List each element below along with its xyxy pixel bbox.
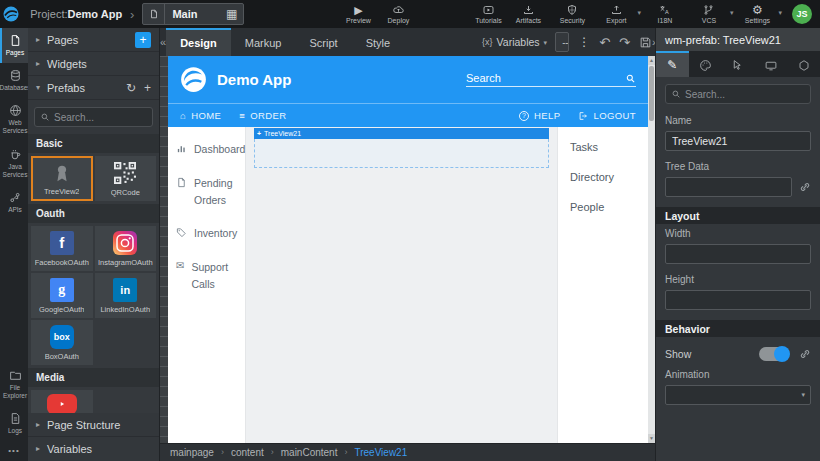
app-search-input[interactable] [466,72,625,84]
prefab-tile-facebookoauth[interactable]: f FacebookOAuth [31,226,93,271]
breadcrumb-maincontent[interactable]: mainContent [281,447,338,458]
settings-button[interactable]: ⚙ Settings [737,0,777,28]
name-label: Name [665,115,811,126]
tree-data-input[interactable] [665,177,792,197]
app-search[interactable] [466,72,636,87]
show-toggle[interactable] [759,347,789,361]
rail-item-web-services[interactable]: Web Services [0,98,28,141]
tutorials-button[interactable]: Tutorials [468,0,508,28]
export-button[interactable]: Export [596,0,636,28]
security-button[interactable]: Security [552,0,592,28]
treeview-widget[interactable]: + TreeView21 [254,128,549,168]
vcs-caret-icon[interactable]: ▾ [730,9,734,16]
tab-outline[interactable] [787,51,820,77]
canvas-scrollbar[interactable]: ▲ ▼ [648,56,655,443]
refresh-prefabs-icon[interactable]: ↻ [126,82,136,94]
app-nav-dashboard[interactable]: Dashboard [176,141,237,158]
inspector-search-input[interactable] [685,89,805,100]
nav-home[interactable]: ⌂HOME [180,110,221,121]
app-nav-pending-orders[interactable]: Pending Orders [176,175,237,209]
height-input[interactable] [665,290,811,310]
width-input[interactable] [665,244,811,264]
animation-select[interactable] [665,385,811,405]
prefab-search-input[interactable] [54,112,147,123]
artifacts-button[interactable]: Artifacts [508,0,548,28]
grid-icon[interactable]: ▦ [220,8,243,20]
tab-style[interactable]: Style [352,28,404,56]
preview-icon: ▶ [354,4,362,16]
breadcrumb-mainpage[interactable]: mainpage [170,447,214,458]
tab-script[interactable]: Script [296,28,352,56]
rail-item-pages[interactable]: Pages [0,28,28,63]
preview-button[interactable]: ▶ Preview [338,0,378,28]
redo-button[interactable]: ↷ [619,36,630,49]
prefab-tile-instagramoauth[interactable]: InstagramOAuth [95,226,157,271]
variables-section-header[interactable]: ▸ Variables [28,437,159,461]
breadcrumb-treeview21[interactable]: TreeView21 [354,447,407,458]
tab-design[interactable]: Design [166,28,231,56]
bind-link-icon[interactable] [799,348,811,360]
rail-item-logs[interactable]: Logs [0,406,28,441]
vcs-button[interactable]: VCS [689,0,729,28]
widget-selection-label[interactable]: + TreeView21 [254,128,549,139]
settings-gear-icon: ⚙ [752,4,763,16]
i18n-button[interactable]: A I18N [645,0,685,28]
prefab-tile-treeview2[interactable]: TreeView2 [31,156,93,201]
tab-properties[interactable]: ✎ [656,51,689,77]
app-link-tasks[interactable]: Tasks [570,141,636,153]
save-button[interactable] [639,36,652,49]
settings-caret-icon[interactable]: ▾ [778,9,782,16]
export-caret-icon[interactable]: ▾ [637,9,641,16]
prefabs-section-header[interactable]: ▾ Prefabs ↻ + [28,76,159,100]
prefab-tile-boxoauth[interactable]: box BoxOAuth [31,320,93,365]
more-options-button[interactable]: ⋮ [578,36,590,48]
rail-item-databases[interactable]: Databases [0,63,28,98]
pages-section-header[interactable]: ▸ Pages + [28,28,159,52]
nav-logout[interactable]: LOGOUT [578,110,636,121]
document-icon [176,177,187,188]
add-prefab-icon[interactable]: + [144,82,151,94]
scroll-up-arrow[interactable]: ▲ [648,56,655,65]
variables-dropdown[interactable]: {x} Variables ▾ [482,36,547,48]
rail-item-file-explorer[interactable]: File Explorer [0,363,28,406]
tab-styles[interactable] [689,51,722,77]
page-selector[interactable]: Main ▦ [142,3,244,25]
rail-item-java-services[interactable]: Java Services [0,142,28,185]
undo-button[interactable]: ↶ [599,36,610,49]
wavemaker-logo-icon[interactable] [0,0,22,28]
cursor-icon [731,59,744,72]
name-input[interactable] [665,131,811,151]
app-nav-inventory[interactable]: Inventory [176,225,237,242]
prefab-tile-media-partial[interactable] [31,390,93,413]
tab-markup[interactable]: Markup [231,28,296,56]
deploy-button[interactable]: Deploy [378,0,418,28]
prefab-tile-linkedinoauth[interactable]: in LinkedInOAuth [95,273,157,318]
app-link-people[interactable]: People [570,201,636,213]
bind-link-icon[interactable] [799,181,811,193]
page-structure-section-header[interactable]: ▸ Page Structure [28,413,159,437]
prefab-tile-googleoauth[interactable]: g GoogleOAuth [31,273,93,318]
widgets-section-header[interactable]: ▸ Widgets [28,52,159,76]
move-handle-icon[interactable]: + [257,130,261,137]
nav-order[interactable]: ≡ORDER [239,110,286,121]
nav-help[interactable]: ?HELP [519,110,560,121]
widget-selection-box[interactable] [254,139,549,168]
user-avatar[interactable]: JS [792,4,812,24]
app-nav-support-calls[interactable]: ✉ Support Calls [176,259,237,293]
tab-events[interactable] [722,51,755,77]
breadcrumb-content[interactable]: content [231,447,264,458]
chevron-side-icon: ▸ [36,36,40,44]
app-main-content[interactable]: + TreeView21 [246,127,557,443]
scrollbar-thumb[interactable] [649,66,654,121]
app-link-directory[interactable]: Directory [570,171,636,183]
tab-device[interactable] [754,51,787,77]
mail-icon: ✉ [176,261,184,271]
scroll-down-arrow[interactable]: ▼ [648,434,655,443]
screen-size-select[interactable]: -- Choose Screen Size -- ▾ [555,32,569,52]
add-page-button[interactable]: + [135,32,151,48]
name-field: Name [656,111,820,157]
rail-item-apis[interactable]: APIs [0,185,28,220]
prefab-tile-qrcode[interactable]: QRCode [95,156,157,201]
rail-more-button[interactable]: ••• [0,441,28,461]
app-header[interactable]: Demo App [168,56,648,103]
